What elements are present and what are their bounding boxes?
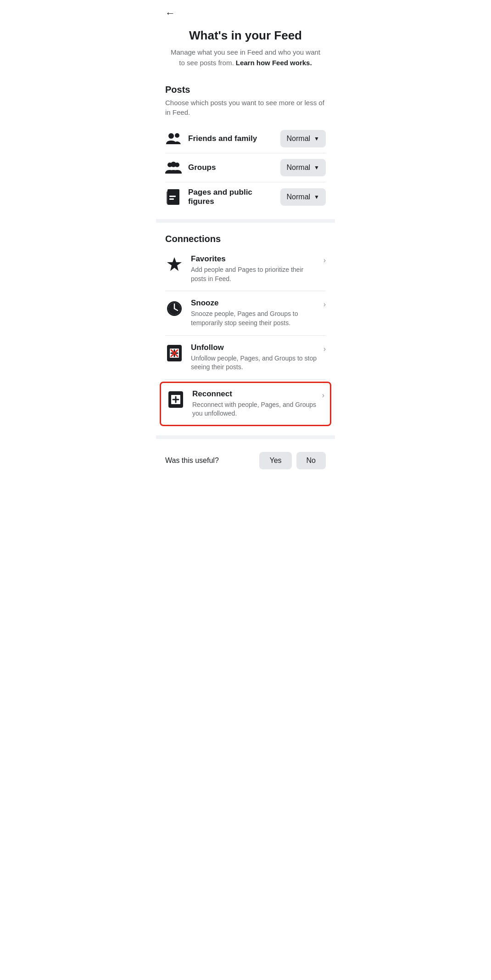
section-divider (156, 219, 335, 223)
snooze-desc: Snooze people, Pages and Groups to tempo… (191, 310, 320, 327)
useful-bar: Was this useful? Yes No (156, 443, 335, 479)
favorites-title: Favorites (191, 254, 320, 264)
friends-dropdown[interactable]: Normal ▼ (280, 130, 326, 147)
post-row-friends: Friends and family Normal ▼ (165, 124, 326, 153)
snooze-title: Snooze (191, 299, 320, 308)
connection-item-snooze[interactable]: Snooze Snooze people, Pages and Groups t… (165, 291, 326, 335)
posts-section: Posts Choose which posts you want to see… (156, 77, 335, 215)
chevron-right-icon-2: › (324, 300, 326, 309)
useful-question: Was this useful? (165, 456, 219, 465)
page-header: What's in your Feed Manage what you see … (156, 23, 335, 77)
post-row-groups: Groups Normal ▼ (165, 153, 326, 182)
pages-icon (165, 189, 182, 205)
dropdown-chevron-icon-3: ▼ (314, 194, 319, 200)
chevron-right-icon-4: › (322, 391, 324, 400)
connections-section-title: Connections (165, 234, 326, 244)
useful-no-button[interactable]: No (296, 452, 326, 469)
connection-item-favorites[interactable]: Favorites Add people and Pages to priori… (165, 247, 326, 291)
star-icon (165, 255, 184, 274)
chevron-right-icon: › (324, 256, 326, 265)
unfollow-desc: Unfollow people, Pages, and Groups to st… (191, 354, 320, 372)
learn-link[interactable]: Learn how Feed works. (236, 59, 312, 67)
reconnect-icon (167, 390, 185, 409)
connection-item-unfollow[interactable]: Unfollow Unfollow people, Pages, and Gro… (165, 336, 326, 380)
posts-section-description: Choose which posts you want to see more … (165, 98, 326, 117)
useful-yes-button[interactable]: Yes (259, 452, 291, 469)
page-title: What's in your Feed (169, 28, 322, 43)
connections-section: Connections Favorites Add people and Pag… (156, 226, 335, 432)
unfollow-icon (165, 344, 184, 362)
connection-item-reconnect[interactable]: Reconnect Reconnect with people, Pages, … (160, 382, 331, 426)
pages-dropdown[interactable]: Normal ▼ (280, 188, 326, 206)
svg-point-4 (171, 162, 176, 167)
dropdown-chevron-icon: ▼ (314, 135, 319, 142)
unfollow-title: Unfollow (191, 343, 320, 352)
posts-section-title: Posts (165, 84, 326, 95)
groups-icon (165, 159, 182, 176)
snooze-icon (165, 299, 184, 318)
chevron-right-icon-3: › (324, 345, 326, 353)
reconnect-desc: Reconnect with people, Pages, and Groups… (192, 400, 318, 418)
svg-rect-7 (169, 196, 176, 197)
back-arrow-icon: ← (165, 7, 175, 19)
favorites-desc: Add people and Pages to prioritize their… (191, 265, 320, 283)
groups-label: Groups (188, 163, 216, 172)
reconnect-title: Reconnect (192, 389, 318, 399)
page-subtitle: Manage what you see in Feed and who you … (169, 47, 322, 68)
svg-marker-9 (167, 257, 182, 271)
svg-marker-6 (167, 191, 167, 205)
pages-label: Pages and public figures (188, 188, 280, 206)
friends-family-label: Friends and family (188, 134, 257, 143)
dropdown-chevron-icon-2: ▼ (314, 164, 319, 171)
friends-icon (165, 130, 182, 147)
bottom-divider (156, 435, 335, 439)
back-button[interactable]: ← (156, 0, 335, 23)
post-row-pages: Pages and public figures Normal ▼ (165, 182, 326, 212)
svg-point-0 (168, 133, 174, 139)
groups-dropdown[interactable]: Normal ▼ (280, 159, 326, 176)
svg-rect-8 (169, 198, 174, 200)
svg-point-1 (175, 133, 179, 138)
